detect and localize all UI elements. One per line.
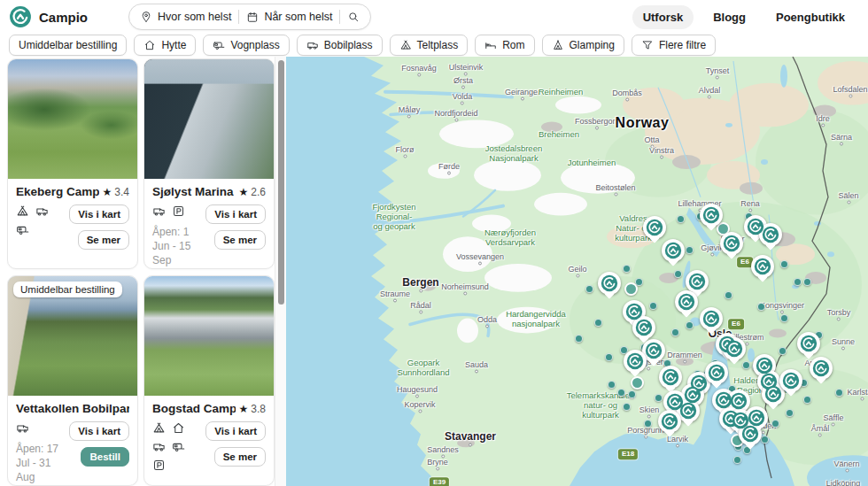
campsite-pin-marker[interactable] — [677, 399, 700, 422]
see-more-button[interactable]: Se mer — [78, 230, 129, 250]
filter-chip-teltplass[interactable]: Teltplass — [390, 35, 469, 56]
results-scrollbar[interactable] — [275, 57, 286, 486]
campsite-pin-marker[interactable] — [779, 369, 802, 392]
campsite-pin-marker[interactable] — [751, 255, 774, 278]
campsite-pin-marker[interactable] — [705, 361, 728, 384]
campsite-pin-marker[interactable] — [624, 350, 647, 373]
show-on-map-button[interactable]: Vis i kart — [205, 204, 266, 224]
rating-value: 2.6 — [251, 186, 266, 198]
show-on-map-button[interactable]: Vis i kart — [69, 421, 129, 441]
campsite-dot-marker[interactable] — [674, 270, 682, 278]
filter-chip-rom[interactable]: Rom — [475, 35, 534, 56]
campsite-pin-marker[interactable] — [686, 270, 709, 293]
campsite-pin-marker[interactable] — [642, 339, 665, 362]
campsite-pin-marker[interactable] — [797, 332, 820, 355]
show-on-map-button[interactable]: Vis i kart — [205, 421, 266, 441]
campsite-pin-marker[interactable] — [658, 410, 681, 433]
campsite-pin-marker[interactable] — [700, 307, 723, 330]
filter-chip-label: Hytte — [161, 39, 186, 51]
search-bar[interactable]: Hvor som helst Når som helst — [128, 4, 371, 30]
amenity-rv-icon — [152, 204, 166, 218]
campsite-dot-marker[interactable] — [605, 353, 613, 361]
campsite-pin-marker[interactable] — [643, 216, 666, 239]
amenity-rv-icon — [16, 421, 29, 435]
search-submit[interactable] — [347, 11, 360, 23]
campsite-pin-marker[interactable] — [662, 239, 685, 262]
campsite-pin-marker[interactable] — [675, 290, 698, 313]
listing-card[interactable]: Bogstad Camping ...★3.8Vis i kartSe mer — [143, 275, 275, 486]
campsite-cluster-marker[interactable] — [624, 282, 638, 296]
star-icon: ★ — [239, 186, 249, 198]
campsite-dot-marker[interactable] — [649, 302, 657, 310]
glamping-icon — [552, 39, 564, 51]
search-location-segment[interactable]: Hvor som helst — [140, 11, 231, 23]
filter-chip-bobilplass[interactable]: Bobilplass — [297, 35, 383, 56]
campsite-dot-marker[interactable] — [794, 278, 802, 286]
campsite-dot-marker[interactable] — [686, 246, 694, 254]
map-canvas[interactable]: FosnavågUlsteinvikØrstaVoldaGeirangerMål… — [286, 57, 868, 486]
campsite-dot-marker[interactable] — [575, 335, 583, 343]
brand[interactable]: Campio — [9, 5, 88, 28]
campsite-dot-marker[interactable] — [725, 291, 732, 299]
scrollbar-thumb[interactable] — [278, 60, 284, 305]
see-more-button[interactable]: Se mer — [214, 230, 266, 250]
funnel-icon — [641, 39, 654, 51]
campsite-dot-marker[interactable] — [761, 436, 769, 444]
campsite-pin-marker[interactable] — [632, 316, 655, 339]
book-button[interactable]: Bestill — [81, 447, 129, 467]
campsite-dot-marker[interactable] — [780, 260, 788, 268]
campsite-dot-marker[interactable] — [835, 389, 843, 397]
campsite-dot-marker[interactable] — [671, 328, 679, 336]
campsite-pin-marker[interactable] — [598, 272, 621, 295]
divider — [339, 10, 340, 24]
campsite-dot-marker[interactable] — [742, 361, 750, 369]
listing-card[interactable]: Umiddelbar bestillingVettakollen Bobilpa… — [7, 275, 138, 486]
filter-chip-vognplass[interactable]: Vognplass — [203, 35, 289, 56]
campsite-dot-marker[interactable] — [803, 278, 811, 286]
see-more-button[interactable]: Se mer — [214, 447, 266, 467]
filter-chip-hytte[interactable]: Hytte — [134, 35, 196, 56]
star-icon: ★ — [239, 403, 249, 415]
listing-title: Ekeberg Camping — [16, 185, 99, 198]
filter-bar: Umiddelbar bestillingHytteVognplassBobil… — [0, 34, 868, 57]
listing-card[interactable]: Sjølyst Marina Bo...★2.6Åpen: 1 Jun - 15… — [143, 58, 275, 269]
campsite-dot-marker[interactable] — [686, 321, 694, 329]
search-date-segment[interactable]: Når som helst — [246, 11, 332, 23]
amenity-tent-icon — [152, 421, 166, 435]
campsite-pin-marker[interactable] — [700, 204, 723, 227]
campsite-dot-marker[interactable] — [803, 396, 811, 404]
nav-item-utforsk[interactable]: Utforsk — [632, 5, 694, 29]
campsite-dot-marker[interactable] — [733, 456, 741, 464]
campsite-dot-marker[interactable] — [786, 409, 794, 417]
campsite-dot-marker[interactable] — [594, 319, 602, 327]
campsite-dot-marker[interactable] — [628, 390, 636, 398]
campsite-dot-marker[interactable] — [617, 389, 625, 397]
show-on-map-button[interactable]: Vis i kart — [69, 204, 129, 224]
campsite-dot-marker[interactable] — [585, 285, 593, 293]
campsite-dot-marker[interactable] — [780, 314, 788, 322]
campsite-pin-marker[interactable] — [723, 337, 746, 360]
campsite-dot-marker[interactable] — [608, 381, 616, 389]
nav-item-blogg[interactable]: Blogg — [702, 5, 756, 29]
filter-chip-umiddelbar-bestilling[interactable]: Umiddelbar bestilling — [9, 35, 127, 56]
campsite-dot-marker[interactable] — [677, 215, 685, 223]
filter-chip-flere-filtre[interactable]: Flere filtre — [632, 35, 716, 56]
campsite-pin-marker[interactable] — [659, 366, 682, 389]
campsite-pin-marker[interactable] — [810, 357, 833, 380]
campsite-dot-marker[interactable] — [623, 265, 631, 273]
campsite-pin-marker[interactable] — [759, 223, 782, 246]
campsite-dot-marker[interactable] — [623, 403, 631, 411]
listing-title: Sjølyst Marina Bo... — [152, 185, 236, 198]
campsite-dot-marker[interactable] — [779, 347, 787, 355]
campsite-dot-marker[interactable] — [757, 303, 765, 311]
campsite-dot-marker[interactable] — [771, 420, 779, 428]
campsite-cluster-marker[interactable] — [631, 376, 644, 390]
campsite-dot-marker[interactable] — [655, 394, 663, 402]
listing-card[interactable]: Ekeberg Camping★3.4Vis i kartSe mer — [7, 58, 138, 269]
search-icon — [347, 11, 360, 23]
campsite-dot-marker[interactable] — [644, 420, 652, 428]
campsite-pin-marker[interactable] — [720, 232, 743, 255]
nav-item-poengbutikk[interactable]: Poengbutikk — [765, 5, 856, 29]
campsite-pin-marker[interactable] — [745, 406, 768, 429]
filter-chip-glamping[interactable]: Glamping — [542, 35, 624, 56]
